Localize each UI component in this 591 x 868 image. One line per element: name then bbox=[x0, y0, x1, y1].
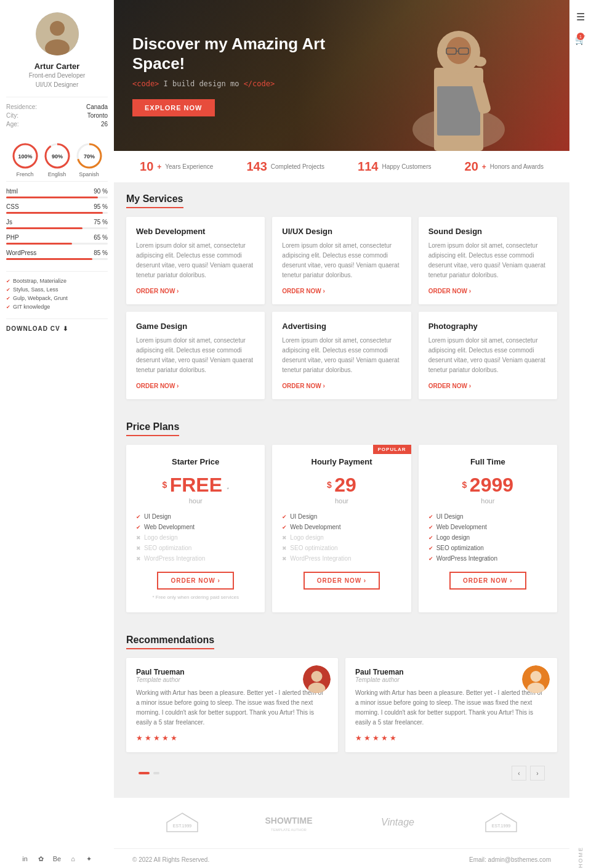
lang-spanish: 70% Spanish bbox=[76, 142, 103, 177]
skill-php: PHP 65 % bbox=[6, 234, 108, 245]
reco-2: Paul Trueman Template author Working wit… bbox=[345, 658, 557, 752]
footer: © 2022 All Rights Reserved. Email: admin… bbox=[114, 848, 569, 868]
footer-email: Email: admin@bsthemes.com bbox=[469, 856, 551, 863]
language-circles: 100% French 90% English 70% Spanish bbox=[12, 142, 103, 177]
recommendations-grid: Paul Trueman Template author Working wit… bbox=[126, 658, 557, 752]
order-game-design[interactable]: ORDER NOW › bbox=[136, 383, 255, 389]
social-icons: in ✿ Be ⌂ ✦ bbox=[20, 844, 95, 864]
behance-icon[interactable]: Be bbox=[52, 853, 63, 864]
reco-1-avatar bbox=[303, 665, 331, 693]
stats-bar: 10 + Years Experience 143 Completed Proj… bbox=[114, 151, 569, 182]
right-nav: ☰ 🛒 1 HOME bbox=[569, 0, 591, 868]
stat-projects: 143 Completed Projects bbox=[246, 160, 324, 174]
carousel-next-button[interactable]: › bbox=[530, 766, 545, 781]
order-sound-design[interactable]: ORDER NOW › bbox=[428, 288, 547, 294]
pricing-title: Price Plans bbox=[126, 421, 179, 436]
skill-wordpress: WordPress 85 % bbox=[6, 249, 108, 260]
download-cv-button[interactable]: DOWNLOAD CV ⬇ bbox=[6, 318, 108, 332]
order-ui-ux[interactable]: ORDER NOW › bbox=[282, 288, 401, 294]
svg-marker-33 bbox=[486, 813, 517, 832]
svg-text:EST.1999: EST.1999 bbox=[173, 824, 191, 828]
svg-point-26 bbox=[531, 671, 542, 682]
svg-point-1 bbox=[50, 21, 65, 36]
reco-2-avatar bbox=[522, 665, 550, 693]
stat-experience: 10 + Years Experience bbox=[140, 160, 213, 174]
twitter-icon[interactable]: ✦ bbox=[84, 853, 95, 864]
pricing-section: Price Plans Starter Price $ FREE * hour … bbox=[114, 410, 569, 623]
svg-text:TEMPLATE AUTHOR: TEMPLATE AUTHOR bbox=[271, 828, 307, 832]
recommendations-title: Recommendations bbox=[126, 635, 214, 649]
tools-list: ✔Bootstrap, Materialize ✔Stylus, Sass, L… bbox=[6, 271, 108, 312]
price-hourly: POPULAR Hourly Payment $ 29 hour ✔UI Des… bbox=[272, 445, 411, 612]
carousel-arrows: ‹ › bbox=[512, 766, 545, 781]
avatar bbox=[36, 12, 79, 55]
hero-code: <code> I build design mo </code> bbox=[132, 79, 342, 88]
carousel-dots bbox=[139, 772, 159, 774]
footer-copyright: © 2022 All Rights Reserved. bbox=[132, 856, 209, 863]
reco-1: Paul Trueman Template author Working wit… bbox=[126, 658, 338, 752]
hero-section: Discover my Amazing Art Space! <code> I … bbox=[114, 0, 569, 151]
skill-js: Js 75 % bbox=[6, 219, 108, 229]
right-nav-label: HOME bbox=[577, 834, 584, 868]
logos-bar: EST.1999 SHOWTIME TEMPLATE AUTHOR Vintag… bbox=[114, 798, 569, 848]
service-game-design: Game Design Lorem ipsum dolor sit amet, … bbox=[126, 312, 265, 399]
order-web-development[interactable]: ORDER NOW › bbox=[136, 288, 255, 294]
service-sound-design: Sound Design Lorem ipsum dolor sit amet,… bbox=[419, 217, 557, 304]
profile-info: Residence: Canada City: Toronto Age: 26 bbox=[6, 97, 108, 128]
service-advertising: Advertising Lorem ipsum dolor sit amet, … bbox=[272, 312, 411, 399]
download-icon: ⬇ bbox=[63, 325, 68, 332]
price-fulltime: Full Time $ 2999 hour ✔UI Design ✔Web De… bbox=[419, 445, 557, 612]
services-title: My Services bbox=[126, 193, 183, 208]
pinterest-icon[interactable]: ✿ bbox=[36, 853, 47, 864]
order-starter-button[interactable]: ORDER NOW › bbox=[157, 572, 233, 590]
sidebar: Artur Carter Front-end Developer UI/UX D… bbox=[0, 0, 114, 868]
svg-text:EST.1999: EST.1999 bbox=[492, 824, 510, 828]
lang-french: 100% French bbox=[12, 142, 39, 177]
cart-badge: 1 bbox=[577, 33, 584, 40]
linkedin-icon[interactable]: in bbox=[20, 853, 31, 864]
carousel-dot-active[interactable] bbox=[139, 772, 150, 774]
stat-customers: 114 Happy Customers bbox=[358, 160, 431, 174]
services-grid: Web Development Lorem ipsum dolor sit am… bbox=[126, 217, 557, 399]
main-content: Discover my Amazing Art Space! <code> I … bbox=[114, 0, 591, 868]
cart-icon[interactable]: 🛒 1 bbox=[575, 29, 585, 51]
profile-name: Artur Carter bbox=[34, 62, 80, 71]
hero-person-image bbox=[397, 3, 520, 151]
stat-honors: 20 + Honors and Awards bbox=[465, 160, 544, 174]
reco-1-stars: ★★★★★ bbox=[136, 734, 328, 742]
carousel-prev-button[interactable]: ‹ bbox=[512, 766, 526, 781]
github-icon[interactable]: ⌂ bbox=[68, 853, 79, 864]
logo-2: SHOWTIME TEMPLATE AUTHOR bbox=[264, 810, 313, 836]
svg-text:90%: 90% bbox=[51, 153, 62, 160]
skills-section: html 90 % CSS 95 % Js 75 % PHP 65 % bbox=[6, 181, 108, 265]
svg-text:70%: 70% bbox=[83, 153, 94, 160]
svg-text:100%: 100% bbox=[18, 153, 32, 160]
service-photography: Photography Lorem ipsum dolor sit amet, … bbox=[419, 312, 557, 399]
svg-point-21 bbox=[474, 57, 486, 67]
svg-marker-28 bbox=[167, 813, 198, 832]
order-hourly-button[interactable]: ORDER NOW › bbox=[304, 572, 380, 590]
reco-2-stars: ★★★★★ bbox=[355, 734, 547, 742]
svg-text:Vintage: Vintage bbox=[381, 817, 414, 827]
hero-title: Discover my Amazing Art Space! bbox=[132, 34, 342, 73]
recommendations-section: Recommendations Paul Trueman Template au… bbox=[114, 623, 569, 798]
price-starter: Starter Price $ FREE * hour ✔UI Design ✔… bbox=[126, 445, 265, 612]
logo-1: EST.1999 bbox=[164, 810, 201, 836]
price-grid: Starter Price $ FREE * hour ✔UI Design ✔… bbox=[126, 445, 557, 612]
service-web-development: Web Development Lorem ipsum dolor sit am… bbox=[126, 217, 265, 304]
logo-3: Vintage bbox=[376, 810, 419, 836]
order-advertising[interactable]: ORDER NOW › bbox=[282, 383, 401, 389]
order-fulltime-button[interactable]: ORDER NOW › bbox=[449, 572, 526, 590]
service-ui-ux: UI/UX Design Lorem ipsum dolor sit amet,… bbox=[272, 217, 411, 304]
carousel-dot-inactive[interactable] bbox=[153, 772, 159, 774]
hamburger-menu[interactable]: ☰ bbox=[576, 0, 585, 29]
popular-badge: POPULAR bbox=[373, 445, 411, 454]
order-photography[interactable]: ORDER NOW › bbox=[428, 383, 547, 389]
lang-english: 90% English bbox=[44, 142, 71, 177]
svg-rect-19 bbox=[437, 86, 480, 136]
services-section: My Services Web Development Lorem ipsum … bbox=[114, 182, 569, 410]
skill-css: CSS 95 % bbox=[6, 203, 108, 214]
profile-role: Front-end Developer UI/UX Designer bbox=[29, 71, 86, 89]
explore-button[interactable]: EXPLORE NOW bbox=[132, 99, 215, 116]
svg-text:SHOWTIME: SHOWTIME bbox=[265, 816, 312, 825]
